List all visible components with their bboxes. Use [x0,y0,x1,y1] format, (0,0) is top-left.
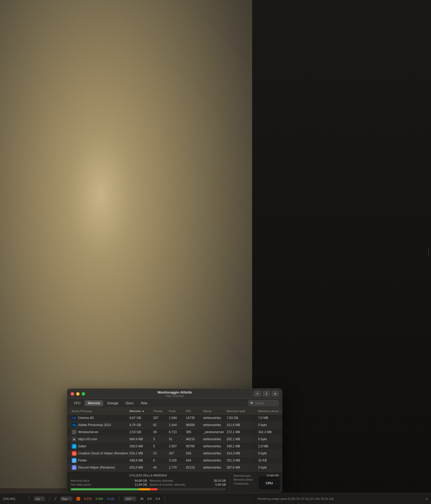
cell-memoria: 432,6 MB [128,465,152,470]
mem-scambio-row: Spazio di scambio utilizzato: 5,40 GB [150,483,226,486]
cell-thread: 5 [152,444,168,448]
table-row[interactable]: ⬡ WindowServer 2,53 GB 39 6.723 365 _win… [67,429,282,436]
status-divider [165,496,165,501]
search-icon: 🔍 [250,402,254,405]
titlebar: Monitoraggio Attività Tutti i processi ✕… [67,388,282,399]
settings-icon[interactable]: ≡ [426,497,428,501]
cell-memoria: 9,76 GB [128,423,152,427]
titlebar-controls: ✕ ℹ ⊕ [254,391,279,396]
cell-process-name: C4 Cinema 4D [71,415,128,421]
zoom-dropdown[interactable]: 1x1 ▼ [34,497,45,501]
render-info: Rendering image (pass 8) [0h 3m 47.5s] [… [170,497,422,500]
table-header: Nome Processo Memoria ▼ Thread Porte PID… [67,408,282,414]
mem-bar-compressed [150,488,158,490]
cell-thread: 40 [152,465,168,470]
cell-thread: 337 [152,416,168,420]
cell-pid: 86216 [185,437,202,441]
cell-thread: 6 [152,458,168,463]
mem-cache-label: File nella cache: [71,483,92,486]
app-icon-discord: D [72,465,76,470]
cell-mem-reale: 311,6 MB [226,423,257,427]
search-input[interactable] [255,401,276,405]
channel-icon: ╱ [54,497,56,501]
table-row[interactable]: D Discord Helper (Renderer) 432,6 MB 40 … [67,464,282,471]
table-row[interactable]: C4 Cinema 4D 9,87 GB 337 1.594 14735 ste… [67,414,282,422]
window-subtitle: Tutti i processi [158,394,192,397]
cell-thread: 39 [152,430,168,434]
table-row[interactable]: ◉ https://rh.com 684,9 MB 3 91 86216 ste… [67,436,282,443]
table-row[interactable]: S Safari 538,5 MB 5 2.567 85785 stefanos… [67,443,282,450]
mem-bar-wired [139,488,150,490]
hsv-v-value: 0.3 [156,497,160,500]
cell-process-name: Ps Adobe Photoshop 2023 [71,422,128,428]
cell-memoria: 9,87 GB [128,416,152,420]
color-value-b: 0.118 [107,497,115,500]
raw-dropdown[interactable]: Raw ▼ [60,497,72,501]
cell-utente: stefanostrika [202,465,226,470]
mem-cache-row: File nella cache: 11,94 GB [71,483,147,486]
cell-pid: 85785 [185,444,202,448]
cell-thread: 3 [152,437,168,441]
cell-porte: 6.723 [168,430,185,434]
tab-energia[interactable]: Energia [104,400,121,406]
handle-dot [428,248,429,249]
table-row[interactable]: F Finder 438,9 MB 6 3.165 644 stefanostr… [67,457,282,464]
table-body: C4 Cinema 4D 9,87 GB 337 1.594 14735 ste… [67,414,282,471]
cell-pid: 644 [185,458,202,463]
hsv-h-value: 34 [140,497,143,500]
col-porte[interactable]: Porte [168,409,185,413]
app-icon-creative-cloud: Cc [72,451,76,456]
cell-memoria: 438,9 MB [128,458,152,463]
titlebar-info-icon[interactable]: ℹ [263,391,270,396]
col-mem-cancel[interactable]: Memoria cancel... [257,409,282,413]
maximize-button[interactable] [82,392,85,396]
col-thread[interactable]: Thread [152,409,168,413]
cell-mem-cancel: 32 KB [257,458,282,463]
chevron-down-icon: ▼ [41,497,43,500]
cell-memoria: 2,53 GB [128,430,152,434]
table-row[interactable]: Cc Creative Cloud UI Helper (Renderer) 5… [67,450,282,457]
cell-memoria: 533,1 MB [128,451,152,455]
close-button[interactable] [71,392,74,396]
app-icon-safari: S [72,444,76,449]
cell-pid: 96008 [185,423,202,427]
col-utente[interactable]: Utente [202,409,226,413]
process-name-label: Finder [78,459,87,462]
tab-cpu[interactable]: CPU [71,400,84,406]
cell-mem-cancel: 0 byte [257,423,282,427]
window-buttons [71,392,85,396]
titlebar-close-icon[interactable]: ✕ [254,391,261,396]
col-memoria[interactable]: Memoria ▼ [128,409,152,413]
table-row[interactable]: Ps Adobe Photoshop 2023 9,76 GB 82 1.444… [67,422,282,429]
zoom-label: 1x1 [35,497,40,500]
process-name-label: Discord Helper (Renderer) [78,466,115,469]
process-name-label: Creative Cloud UI Helper (Renderer) [78,452,128,455]
cpu-widget[interactable]: CPU [259,476,280,490]
col-pid[interactable]: PID [185,409,202,413]
cell-mem-reale: 272,1 MB [226,430,257,434]
search-box: 🔍 [248,400,279,406]
tab-memoria[interactable]: Memoria [85,400,103,406]
titlebar-options-icon[interactable]: ⊕ [272,391,279,396]
cell-utente: stefanostrika [202,416,226,420]
stat-compressed-label: Compressa: [233,482,249,485]
tab-disco[interactable]: Disco [122,400,137,406]
raw-label: Raw [62,497,68,500]
coordinates-display: [150,491] [3,497,24,500]
hsv-label: HSV [126,497,132,500]
mem-utilizzata-value: 28,25 GB [214,479,226,482]
mem-fisica-label: Memoria fisica: [71,479,90,482]
col-mem-reale[interactable]: Memoria reale [226,409,257,413]
cell-pid: 82118 [185,465,202,470]
cell-mem-cancel: 7,0 MB [257,416,282,420]
color-swatch-r [76,497,80,501]
mem-utilizzata-row: Memoria utilizzata: 28,25 GB [150,479,226,482]
app-icon-cinema4d: C4 [72,416,76,420]
status-divider [29,496,29,501]
cell-process-name: D Discord Helper (Renderer) [71,465,128,470]
minimize-button[interactable] [76,392,80,396]
col-nome[interactable]: Nome Processo [71,409,128,413]
hsv-dropdown[interactable]: HSV ▼ [124,497,136,501]
tab-rete[interactable]: Rete [138,400,150,406]
cell-utente: stefanostrika [202,451,226,455]
